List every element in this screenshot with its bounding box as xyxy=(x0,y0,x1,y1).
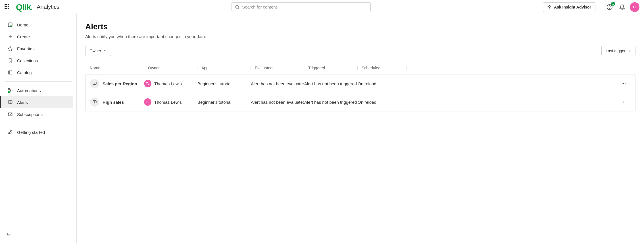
mail-icon xyxy=(7,111,13,117)
sparkle-icon xyxy=(547,5,552,9)
alerts-table: Sales per Region TL Thomas Lewis Beginne… xyxy=(85,74,635,111)
owner-avatar: TL xyxy=(144,98,151,106)
star-icon xyxy=(7,46,13,51)
svg-point-32 xyxy=(625,102,626,103)
svg-point-23 xyxy=(95,84,95,84)
sidebar-item-automations[interactable]: Automations xyxy=(3,84,73,96)
catalog-icon xyxy=(7,70,13,75)
chevron-down-icon xyxy=(103,49,107,53)
svg-rect-4 xyxy=(8,23,12,27)
sidebar-item-label: Home xyxy=(17,22,28,27)
col-header-evaluated[interactable]: Evaluated xyxy=(251,66,304,70)
page-subtitle: Alerts notify you when there are importa… xyxy=(85,34,635,39)
plus-icon xyxy=(7,34,13,40)
divider xyxy=(600,3,600,11)
insight-button-label: Ask Insight Advisor xyxy=(554,5,591,9)
automation-icon xyxy=(7,88,13,93)
main-content: Alerts Alerts notify you when there are … xyxy=(77,14,644,243)
rocket-icon xyxy=(7,129,13,135)
owner-filter-button[interactable]: Owner xyxy=(85,46,111,56)
chevron-down-icon xyxy=(628,49,631,53)
collapse-icon xyxy=(6,232,11,237)
col-header-app[interactable]: App xyxy=(197,66,251,70)
col-header-owner[interactable]: Owner xyxy=(144,66,197,70)
notifications-button[interactable] xyxy=(617,2,627,12)
table-row[interactable]: High sales TL Thomas Lewis Beginner's tu… xyxy=(86,93,635,111)
sidebar-item-label: Favorites xyxy=(17,46,35,51)
bookmark-icon xyxy=(7,58,13,63)
svg-line-1 xyxy=(238,8,239,9)
avatar-initials: TL xyxy=(633,5,637,9)
help-badge-count: 1 xyxy=(611,2,615,6)
svg-rect-9 xyxy=(9,71,12,74)
alert-name: High sales xyxy=(103,100,124,105)
scheduled-text: On reload xyxy=(358,100,407,105)
owner-avatar: TL xyxy=(144,80,151,87)
sidebar-item-label: Collections xyxy=(17,58,38,63)
more-horizontal-icon xyxy=(621,99,626,105)
alert-icon xyxy=(7,99,13,105)
global-search[interactable] xyxy=(232,2,371,12)
divider xyxy=(5,123,72,123)
col-header-triggered[interactable]: Triggered xyxy=(304,66,357,70)
svg-point-5 xyxy=(11,25,12,27)
scheduled-text: On reload xyxy=(358,81,407,86)
sidebar-item-getting-started[interactable]: Getting started xyxy=(3,126,73,138)
help-button[interactable]: 1 xyxy=(605,2,614,12)
bell-icon xyxy=(619,4,625,10)
triggered-text: Alert has not been triggered xyxy=(304,81,358,86)
more-horizontal-icon xyxy=(621,81,626,86)
sidebar-item-label: Getting started xyxy=(17,130,45,135)
sort-button[interactable]: Last trigger xyxy=(601,46,635,56)
filter-label: Owner xyxy=(89,49,101,53)
svg-rect-11 xyxy=(8,88,10,90)
sidebar-item-label: Automations xyxy=(17,88,41,93)
row-more-button[interactable] xyxy=(619,79,628,88)
app-launcher-icon[interactable] xyxy=(5,4,10,10)
table-row[interactable]: Sales per Region TL Thomas Lewis Beginne… xyxy=(86,74,635,93)
evaluated-text: Alert has not been evaluated xyxy=(251,81,304,86)
evaluated-text: Alert has not been evaluated xyxy=(251,100,304,105)
sidebar: Home Create Favorites Collections Catalo… xyxy=(0,14,77,243)
svg-rect-13 xyxy=(8,92,10,93)
page-title: Alerts xyxy=(85,22,635,31)
sidebar-item-catalog[interactable]: Catalog xyxy=(3,67,73,78)
svg-point-18 xyxy=(11,131,11,132)
sidebar-item-label: Create xyxy=(17,34,30,39)
alert-row-icon xyxy=(90,79,99,88)
sidebar-item-label: Subscriptions xyxy=(17,112,43,117)
svg-point-0 xyxy=(235,5,239,9)
app-name: Beginner's tutorial xyxy=(197,81,251,86)
search-input[interactable] xyxy=(242,5,368,9)
user-avatar[interactable]: TL xyxy=(630,2,639,12)
col-header-name[interactable]: Name xyxy=(90,66,144,70)
app-name: Beginner's tutorial xyxy=(197,100,251,105)
owner-name: Thomas Lewis xyxy=(154,100,182,105)
owner-name: Thomas Lewis xyxy=(154,81,182,86)
svg-point-25 xyxy=(623,83,624,84)
row-more-button[interactable] xyxy=(619,98,628,106)
sidebar-item-label: Catalog xyxy=(17,70,32,75)
sidebar-item-subscriptions[interactable]: Subscriptions xyxy=(3,108,73,120)
logo[interactable]: Qlik. Analytics xyxy=(16,2,59,12)
sidebar-item-home[interactable]: Home xyxy=(3,19,73,31)
svg-point-16 xyxy=(10,103,11,103)
sidebar-item-label: Alerts xyxy=(17,100,28,105)
sidebar-item-alerts[interactable]: Alerts xyxy=(0,96,73,108)
svg-point-29 xyxy=(95,102,95,103)
svg-point-26 xyxy=(625,83,626,84)
svg-marker-8 xyxy=(8,47,12,51)
sidebar-item-favorites[interactable]: Favorites xyxy=(3,43,73,55)
sort-label: Last trigger xyxy=(606,49,626,53)
sidebar-item-create[interactable]: Create xyxy=(3,31,73,43)
divider xyxy=(5,81,72,82)
col-header-scheduled[interactable]: Scheduled xyxy=(357,66,406,70)
collapse-sidebar-button[interactable] xyxy=(5,230,13,238)
table-header: Name Owner App Evaluated Triggered Sched… xyxy=(85,62,635,74)
ask-insight-advisor-button[interactable]: Ask Insight Advisor xyxy=(543,2,595,12)
sidebar-item-collections[interactable]: Collections xyxy=(3,55,73,67)
brand-logo-text: Qlik. xyxy=(16,2,32,12)
svg-point-24 xyxy=(622,83,622,84)
area-label: Analytics xyxy=(37,4,59,10)
svg-point-3 xyxy=(610,8,610,9)
